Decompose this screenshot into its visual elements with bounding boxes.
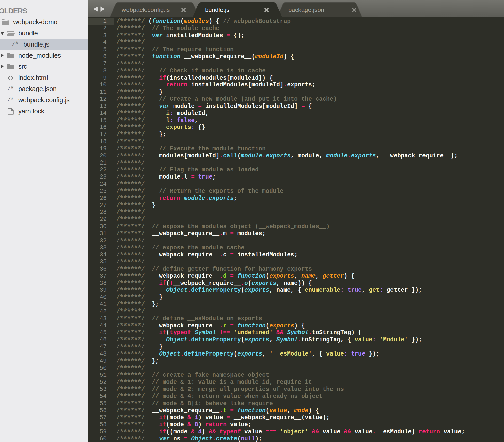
- svg-text:package.json: package.json: [288, 6, 324, 13]
- svg-text:bundle.js: bundle.js: [205, 6, 229, 13]
- svg-text:webpack.config.js: webpack.config.js: [121, 6, 170, 13]
